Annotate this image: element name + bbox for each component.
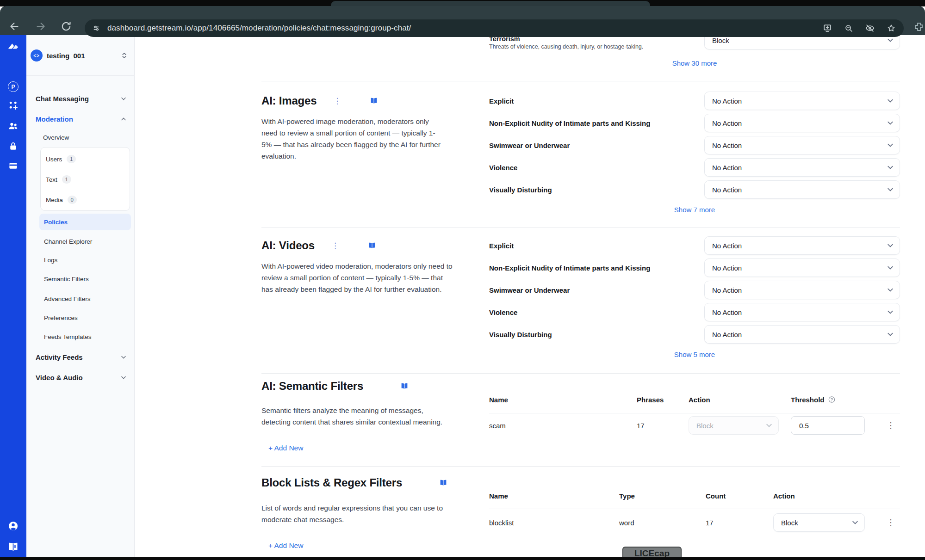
sidebar-item-policies-label: Policies [44, 219, 68, 226]
row-kebab-menu-icon[interactable]: ⋮ [887, 518, 895, 527]
extensions-puzzle-icon[interactable] [913, 21, 925, 32]
stream-logo-icon[interactable] [7, 41, 19, 52]
show-more-link[interactable]: Show 7 more [674, 206, 715, 214]
kebab-menu-icon[interactable]: ⋮ [333, 97, 341, 105]
screen: dashboard.getstream.io/app/1406665/moder… [0, 0, 925, 560]
sidebar-item-chat-messaging[interactable]: Chat Messaging [36, 95, 89, 103]
sidebar-item-semantic-filters[interactable]: Semantic Filters [44, 276, 89, 283]
forward-icon[interactable] [35, 20, 47, 32]
sidebar-item-feeds-templates[interactable]: Feeds Templates [44, 333, 92, 340]
sidebar-item-media[interactable]: Media0 [46, 196, 77, 204]
sidebar-item-users[interactable]: Users1 [46, 155, 76, 163]
window-bottom-strip [0, 557, 925, 560]
sidebar-item-logs[interactable]: Logs [44, 257, 57, 264]
chevron-down-icon [888, 310, 893, 314]
chevron-down-icon [852, 521, 858, 524]
info-help-icon[interactable] [828, 396, 835, 403]
bookmark-star-icon[interactable] [886, 23, 896, 33]
row-label-non-explicit: Non-Explicit Nudity of Intimate parts an… [489, 119, 650, 127]
account-person-icon[interactable] [8, 521, 19, 531]
videos-violence-select[interactable]: No Action [704, 303, 900, 321]
threshold-value: 0.5 [799, 422, 809, 430]
zoom-out-icon[interactable] [844, 23, 854, 33]
images-violence-select[interactable]: No Action [704, 158, 900, 177]
url-text: dashboard.getstream.io/app/1406665/moder… [107, 24, 811, 33]
chevron-up-icon [121, 117, 126, 121]
count-badge: 1 [67, 155, 76, 163]
images-non-explicit-select[interactable]: No Action [704, 114, 900, 132]
videos-visually-disturbing-select[interactable]: No Action [704, 325, 900, 344]
select-value: No Action [712, 331, 742, 338]
column-header-phrases: Phrases [637, 396, 664, 404]
section-header-block-lists: Block Lists & Regex Filters [261, 476, 447, 489]
select-value: No Action [712, 242, 742, 250]
add-new-link[interactable]: + Add New [268, 542, 303, 550]
row-label-violence: Violence [489, 164, 517, 172]
semantic-action-select-disabled[interactable]: Block [689, 416, 779, 435]
row-kebab-menu-icon[interactable]: ⋮ [887, 421, 895, 430]
chevron-down-icon [888, 121, 893, 125]
images-visually-disturbing-select[interactable]: No Action [704, 180, 900, 199]
eye-off-icon[interactable] [865, 23, 875, 33]
sidebar-item-overview[interactable]: Overview [43, 134, 69, 141]
install-app-icon[interactable] [822, 23, 832, 33]
chevron-down-icon [888, 266, 893, 270]
chevron-down-icon [888, 143, 893, 147]
sidebar-item-channel-explorer[interactable]: Channel Explorer [44, 238, 92, 245]
docs-book-icon[interactable] [439, 479, 447, 487]
cell-filter-name: scam [489, 422, 506, 430]
section-description: With AI-powered video moderation, modera… [261, 260, 456, 295]
docs-book-icon[interactable] [368, 241, 376, 250]
images-swimwear-select[interactable]: No Action [704, 136, 900, 154]
sidebar-item-video-audio[interactable]: Video & Audio [36, 374, 83, 382]
section-title: AI: Semantic Filters [261, 380, 363, 393]
kebab-menu-icon[interactable]: ⋮ [331, 242, 339, 250]
profile-p-icon[interactable]: P [8, 81, 19, 92]
select-value: No Action [712, 186, 742, 194]
sidebar-item-moderation[interactable]: Moderation [36, 115, 73, 123]
section-description: List of words and regular expressions th… [261, 502, 465, 525]
images-explicit-select[interactable]: No Action [704, 92, 900, 110]
chevron-down-icon [121, 376, 126, 379]
show-more-link[interactable]: Show 5 more [674, 351, 715, 358]
billing-card-icon[interactable] [8, 160, 19, 171]
videos-non-explicit-select[interactable]: No Action [704, 258, 900, 277]
section-description: Semantic filters analyze the meaning of … [261, 405, 451, 428]
count-badge: 1 [62, 175, 71, 184]
row-label-non-explicit: Non-Explicit Nudity of Intimate parts an… [489, 264, 650, 272]
sidebar-divider [26, 75, 135, 76]
chevron-down-icon [888, 244, 893, 247]
docs-book-icon[interactable] [370, 97, 378, 105]
back-icon[interactable] [8, 20, 20, 32]
cell-blocklist-name: blocklist [489, 519, 514, 527]
chevron-down-icon [888, 99, 893, 103]
chevron-down-icon [121, 97, 126, 100]
sidebar-item-preferences[interactable]: Preferences [44, 314, 78, 321]
show-more-link[interactable]: Show 30 more [672, 59, 717, 67]
docs-book-icon[interactable] [400, 382, 409, 390]
address-bar[interactable]: dashboard.getstream.io/app/1406665/moder… [85, 19, 904, 37]
sidebar-item-activity-feeds[interactable]: Activity Feeds [36, 353, 83, 361]
column-header-count: Count [706, 492, 726, 500]
workspace-code-icon: <> [31, 49, 43, 62]
sidebar-item-advanced-filters[interactable]: Advanced Filters [44, 295, 91, 302]
add-new-link[interactable]: + Add New [268, 444, 303, 452]
cell-blocklist-count: 17 [706, 519, 714, 527]
videos-swimwear-select[interactable]: No Action [704, 281, 900, 299]
threshold-input[interactable]: 0.5 [791, 416, 865, 435]
section-header-semantic-filters: AI: Semantic Filters [261, 380, 409, 393]
row-label-visually-disturbing: Visually Disturbing [489, 331, 552, 338]
videos-explicit-select[interactable]: No Action [704, 236, 900, 255]
lock-icon[interactable] [8, 141, 19, 152]
row-label-violence: Violence [489, 308, 517, 316]
reload-icon[interactable] [60, 20, 72, 32]
blocklist-action-select[interactable]: Block [773, 513, 865, 532]
users-group-icon[interactable] [7, 120, 19, 132]
sidebar-item-text[interactable]: Text1 [46, 175, 71, 184]
section-title: AI: Videos [261, 239, 315, 252]
apps-grid-icon[interactable] [8, 100, 19, 111]
workspace-selector-icon[interactable] [122, 52, 127, 59]
docs-book-icon[interactable] [8, 542, 19, 552]
site-info-icon[interactable] [91, 23, 101, 33]
workspace-name[interactable]: testing_001 [47, 52, 85, 60]
